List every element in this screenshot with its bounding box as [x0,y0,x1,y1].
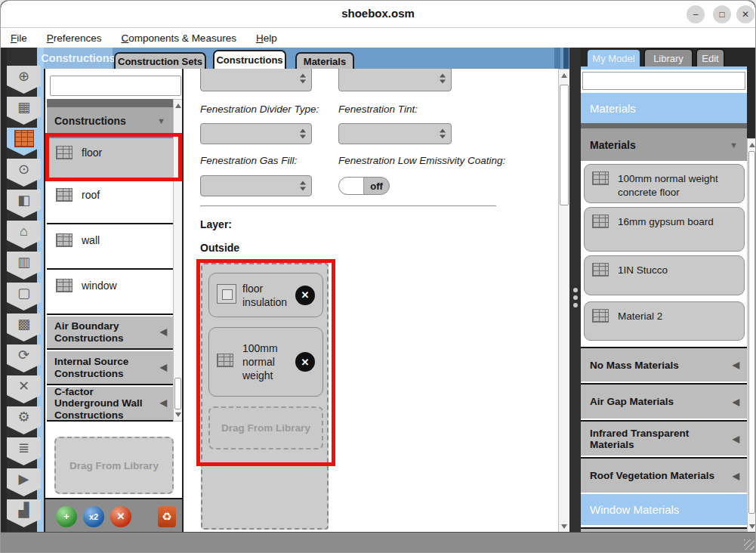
sidebar-item-results-summary[interactable]: ▟ [7,499,41,527]
spinner-icon [300,74,306,84]
construction-list-scrollbar[interactable] [173,99,182,422]
collapse-left-icon: ◀ [733,471,739,481]
delete-construction-button[interactable]: ✕ [110,506,131,527]
brick-material-icon [592,309,609,323]
x2-icon: x2 [89,512,98,521]
scroll-up-icon[interactable] [561,73,567,78]
material-item-1in-stucco[interactable]: 1IN Stucco [584,255,745,295]
scroll-down-icon[interactable] [561,524,567,529]
chevron-down-icon: ▼ [157,116,165,125]
layer-outside-label: Outside [200,242,239,254]
menu-preferences[interactable]: Preferences [47,32,102,44]
title-bar[interactable]: shoebox.osm – □ ✕ [1,1,755,28]
construction-filter-input[interactable] [50,76,181,96]
collapse-left-icon: ◀ [160,398,167,409]
section-internal-source-constructions[interactable]: Internal Source Constructions ◀ [47,351,173,385]
tab-materials[interactable]: Materials [295,52,354,69]
x-icon: ✕ [117,511,125,522]
add-construction-button[interactable]: + [56,506,77,527]
dropdown-unlabeled-left[interactable] [200,69,312,91]
fenestration-divider-type-dropdown[interactable] [200,123,312,144]
panel-splitter[interactable] [569,48,581,533]
remove-layer-button[interactable]: ✕ [295,352,315,372]
section-divider [200,205,496,206]
section-label: Air Boundary Constructions [54,320,160,344]
layer-item-floor-insulation[interactable]: floor insulation ✕ [208,273,323,317]
constructions-icon [14,130,34,147]
scrollbar-thumb[interactable] [748,151,755,514]
tab-library[interactable]: Library [643,48,693,66]
fenestration-tint-dropdown[interactable] [338,123,452,144]
sidebar-item-constructions[interactable] [7,128,41,156]
materials-list-header[interactable]: Materials ▼ [581,128,747,161]
splitter-handle-icon[interactable] [573,288,578,307]
editor-scrollbar[interactable] [558,69,569,533]
constructions-section-header[interactable]: Constructions ▼ [47,107,173,134]
library-scrollbar[interactable] [747,138,756,533]
low-emissivity-toggle[interactable]: off [338,177,390,195]
material-label: 16mm gypsum board [618,215,714,229]
sidebar-item-site[interactable]: ⊕ [7,66,41,94]
purge-unused-button[interactable]: ♻ [158,506,176,527]
duplicate-construction-button[interactable]: x2 [83,506,104,527]
section-air-gap-materials[interactable]: Air Gap Materials ◀ [581,383,747,419]
construction-item-floor[interactable]: floor [47,135,173,179]
sidebar-item-facility[interactable]: ▥ [7,252,41,280]
field-label-gas-fill: Fenestration Gas Fill: [200,155,297,166]
resize-grip[interactable] [744,539,754,550]
maximize-button[interactable]: □ [713,5,731,23]
section-cfactor-underground-wall-constructions[interactable]: C-factor Underground Wall Constructions … [47,387,173,422]
scrollbar-thumb[interactable] [560,85,569,205]
sidebar-item-output-variables[interactable]: ✕ [7,375,41,403]
construction-item-window[interactable]: window [47,271,173,315]
library-search-input[interactable] [582,72,745,90]
sidebar-item-thermal-zones[interactable]: ▩ [7,314,41,341]
sidebar-item-schedules[interactable]: ▦ [7,97,41,125]
sidebar-item-loads[interactable]: ⊙ [7,159,41,187]
material-item-material-2[interactable]: Material 2 [584,301,745,341]
drop-zone-label: Drag From Library [69,460,159,471]
tab-edit[interactable]: Edit [696,48,725,66]
window-materials-group-header[interactable]: Window Materials [581,494,747,525]
layer-drop-zone[interactable]: Drag From Library [208,406,323,450]
scrollbar-thumb[interactable] [174,378,181,409]
constructions-section-label: Constructions [54,115,126,127]
construction-item-wall[interactable]: wall [47,226,173,270]
layer-label: floor insulation [242,281,289,308]
sidebar-item-hvac-systems[interactable]: ⟳ [7,344,41,372]
tab-constructions[interactable]: Constructions [213,50,286,69]
menu-file[interactable]: File [11,32,27,44]
close-button[interactable]: ✕ [736,5,754,23]
materials-group-header[interactable]: Materials [581,93,747,123]
menu-help[interactable]: Help [256,32,277,44]
collapse-left-icon: ◀ [733,397,739,407]
tab-my-model[interactable]: My Model [586,48,641,66]
section-roof-vegetation-materials[interactable]: Roof Vegetation Materials ◀ [581,457,747,493]
section-air-boundary-constructions[interactable]: Air Boundary Constructions ◀ [47,317,173,350]
scroll-up-icon[interactable] [175,103,181,108]
menu-components-measures[interactable]: Components & Measures [122,32,236,44]
remove-layer-button[interactable]: ✕ [295,286,315,305]
section-no-mass-materials[interactable]: No Mass Materials ◀ [581,347,747,382]
section-infrared-transparent-materials[interactable]: Infrared Transparent Materials ◀ [581,420,747,456]
scroll-down-icon[interactable] [749,524,755,529]
dropdown-unlabeled-right[interactable] [338,69,452,91]
sidebar-item-geometry[interactable]: ⌂ [7,221,41,249]
scroll-up-icon[interactable] [749,143,755,147]
sidebar-item-measures[interactable]: ≣ [7,437,41,465]
scroll-down-icon[interactable] [175,412,181,417]
vertical-nav-sidebar: ⊕ ▦ ⊙ ◧ ⌂ ▥ ▢ ▩ ⟳ ✕ ⚙ ≣ ▶ ▟ [7,48,44,533]
material-item-16mm-gypsum-board[interactable]: 16mm gypsum board [584,207,745,252]
brick-material-icon [592,171,609,185]
material-item-100mm-concrete-floor[interactable]: 100mm normal weight concrete floor [584,164,745,203]
sidebar-item-space-types[interactable]: ◧ [7,190,41,218]
sidebar-item-run-simulation[interactable]: ▶ [7,468,41,496]
sidebar-item-simulation-settings[interactable]: ⚙ [7,406,41,434]
layer-item-100mm-normal-weight[interactable]: 100mm normal weight ✕ [208,327,323,397]
construction-item-roof[interactable]: roof [47,181,173,224]
fenestration-gas-fill-dropdown[interactable] [200,175,312,196]
minimize-button[interactable]: – [687,5,705,23]
sidebar-item-spaces[interactable]: ▢ [7,283,41,310]
tab-construction-sets[interactable]: Construction Sets [114,52,206,69]
library-drop-zone[interactable]: Drag From Library [54,437,174,494]
